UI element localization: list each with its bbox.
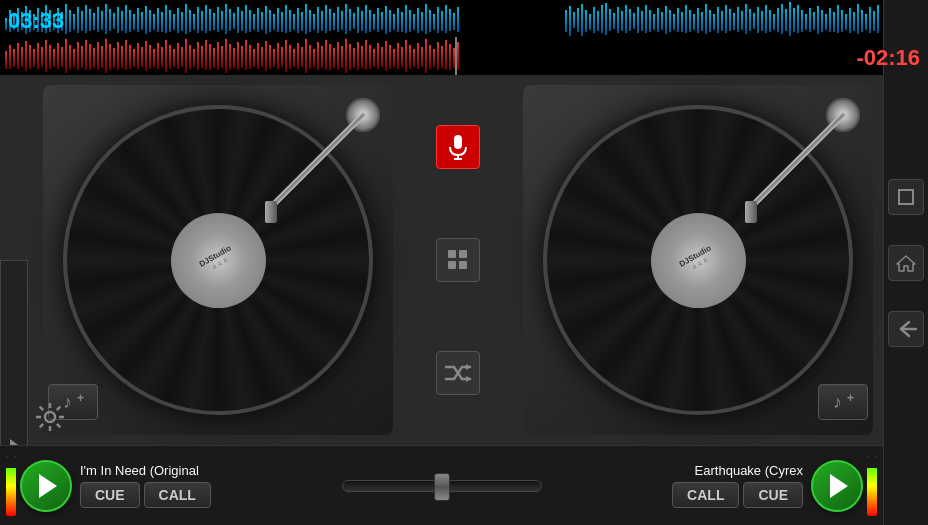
svg-rect-265 (293, 49, 295, 67)
left-play-button[interactable] (20, 460, 72, 512)
svg-rect-94 (381, 12, 383, 30)
svg-rect-277 (341, 46, 343, 68)
svg-rect-227 (141, 47, 143, 67)
svg-marker-341 (897, 256, 915, 271)
svg-rect-105 (425, 4, 427, 34)
svg-rect-319 (459, 250, 467, 258)
svg-rect-118 (581, 4, 583, 36)
svg-rect-161 (753, 13, 755, 29)
svg-rect-136 (653, 14, 655, 30)
svg-rect-289 (389, 45, 391, 69)
svg-rect-81 (329, 9, 331, 31)
svg-rect-169 (785, 9, 787, 31)
svg-rect-116 (573, 12, 575, 28)
svg-rect-327 (745, 201, 757, 223)
svg-rect-144 (685, 5, 687, 33)
svg-rect-198 (25, 41, 27, 71)
svg-rect-303 (445, 40, 447, 70)
center-controls (408, 80, 508, 440)
svg-rect-43 (177, 8, 179, 33)
svg-rect-192 (877, 5, 879, 33)
nav-home-button[interactable] (888, 245, 924, 281)
right-cue-button[interactable]: CUE (743, 482, 803, 508)
left-play-icon (39, 474, 57, 498)
svg-rect-258 (265, 41, 267, 71)
shuffle-button[interactable] (436, 351, 480, 395)
svg-rect-191 (873, 11, 875, 31)
svg-rect-102 (413, 14, 415, 30)
svg-rect-137 (657, 8, 659, 32)
svg-rect-221 (117, 42, 119, 70)
nav-square-button[interactable] (888, 179, 924, 215)
svg-rect-63 (257, 8, 259, 32)
svg-rect-216 (97, 42, 99, 70)
svg-rect-165 (769, 10, 771, 32)
svg-rect-203 (45, 40, 47, 72)
svg-rect-128 (621, 11, 623, 31)
svg-rect-250 (233, 48, 235, 68)
svg-rect-189 (865, 14, 867, 30)
svg-rect-288 (385, 41, 387, 71)
svg-rect-36 (149, 10, 151, 32)
right-music-add-button[interactable]: ♪ + (818, 384, 868, 420)
svg-rect-158 (741, 11, 743, 30)
right-play-button[interactable] (811, 460, 863, 512)
svg-rect-37 (153, 14, 155, 30)
svg-point-331 (45, 412, 55, 422)
left-tonearm (243, 95, 383, 255)
svg-rect-117 (577, 8, 579, 32)
left-track-buttons: CUE CALL (80, 482, 211, 508)
left-cue-button[interactable]: CUE (80, 482, 140, 508)
left-call-button[interactable]: CALL (144, 482, 211, 508)
svg-rect-140 (669, 10, 671, 32)
mic-button[interactable] (436, 125, 480, 169)
svg-rect-168 (781, 4, 783, 34)
svg-rect-209 (69, 45, 71, 69)
svg-rect-210 (73, 49, 75, 67)
svg-rect-164 (765, 5, 767, 33)
svg-rect-152 (717, 7, 719, 33)
svg-line-339 (57, 407, 61, 411)
svg-rect-162 (757, 7, 759, 33)
grid-button[interactable] (436, 238, 480, 282)
svg-rect-180 (829, 8, 831, 32)
svg-rect-149 (705, 4, 707, 34)
svg-rect-271 (317, 42, 319, 70)
svg-rect-237 (181, 47, 183, 67)
svg-rect-254 (249, 45, 251, 69)
svg-rect-223 (125, 40, 127, 70)
svg-rect-185 (849, 8, 851, 33)
svg-rect-68 (277, 8, 279, 32)
nav-back-button[interactable] (888, 311, 924, 347)
svg-rect-53 (217, 7, 219, 32)
svg-rect-276 (337, 42, 339, 70)
svg-rect-196 (17, 43, 19, 69)
svg-rect-100 (405, 5, 407, 33)
bottom-controls: I'm In Need (Original CUE CALL Earthquak… (0, 445, 883, 525)
svg-rect-48 (197, 7, 199, 33)
settings-button[interactable] (32, 399, 68, 435)
right-track-buttons: CALL CUE (672, 482, 803, 508)
svg-rect-295 (413, 49, 415, 67)
svg-rect-246 (217, 42, 219, 70)
svg-rect-172 (797, 5, 799, 33)
svg-rect-32 (133, 14, 135, 30)
right-track-info: Earthquake (Cyrex CALL CUE (668, 463, 807, 508)
svg-rect-28 (117, 7, 119, 33)
svg-rect-177 (817, 6, 819, 34)
svg-rect-206 (57, 43, 59, 69)
fader-track[interactable] (342, 480, 542, 492)
right-call-button[interactable]: CALL (672, 482, 739, 508)
svg-rect-243 (205, 40, 207, 70)
svg-rect-112 (453, 13, 455, 30)
svg-rect-77 (313, 14, 315, 30)
svg-rect-115 (569, 6, 571, 36)
svg-rect-124 (605, 3, 607, 35)
fader-thumb[interactable] (434, 473, 450, 501)
svg-rect-278 (345, 39, 347, 73)
svg-rect-270 (313, 49, 315, 67)
svg-rect-159 (745, 4, 747, 34)
right-track-name: Earthquake (Cyrex (695, 463, 803, 478)
svg-rect-111 (449, 9, 451, 31)
svg-text:+: + (77, 391, 84, 405)
